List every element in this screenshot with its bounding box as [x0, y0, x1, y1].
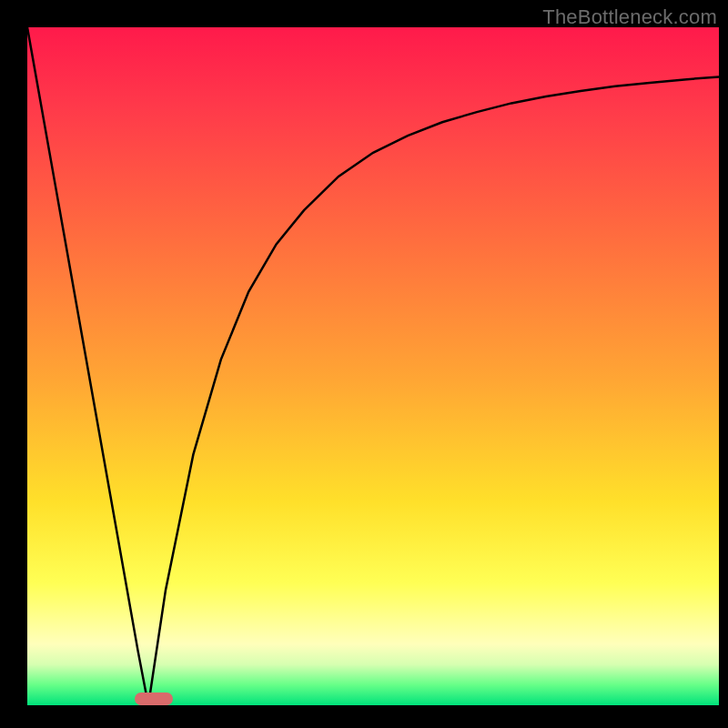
left-leg-line: [27, 27, 148, 705]
bottleneck-marker: [135, 693, 173, 705]
right-curve-line: [148, 76, 719, 705]
watermark-text: TheBottleneck.com: [542, 5, 717, 29]
chart-frame: TheBottleneck.com: [0, 0, 728, 728]
curve-layer: [27, 27, 719, 705]
plot-area: [27, 27, 719, 705]
